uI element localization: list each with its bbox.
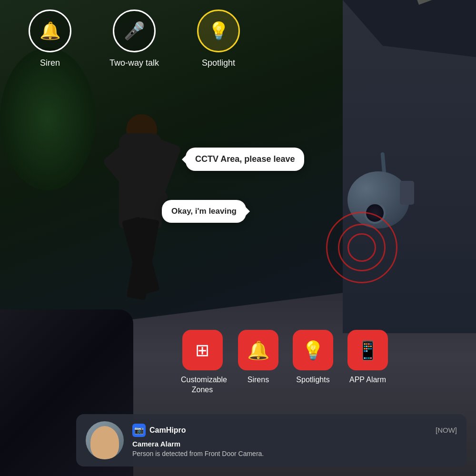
siren-icon: 🔔 bbox=[40, 21, 61, 41]
camera-app-icon: 📷 bbox=[134, 426, 144, 435]
wave-ring-3 bbox=[326, 212, 397, 283]
siren-icon-item: 🔔 Siren bbox=[29, 10, 71, 68]
camera-speech-bubble: CCTV Area, please leave bbox=[186, 148, 304, 171]
notification-time: [NOW] bbox=[436, 426, 457, 434]
notification-bar: 📷 CamHipro [NOW] Camera Alarm Person is … bbox=[76, 414, 466, 466]
customizable-zones-icon-box: ⊞ bbox=[182, 330, 223, 370]
alarm-sound-waves bbox=[314, 200, 409, 295]
sirens-label: Sirens bbox=[248, 375, 269, 385]
spotlights-icon-box: 💡 bbox=[293, 330, 333, 370]
customizable-zones-item[interactable]: ⊞ CustomizableZones bbox=[181, 330, 224, 395]
two-way-talk-icon-circle: 🎤 bbox=[113, 10, 156, 52]
spotlight-beam bbox=[417, 5, 419, 7]
siren-label: Siren bbox=[40, 58, 60, 68]
bush bbox=[0, 48, 95, 190]
spotlight-icon-item: 💡 Spotlight bbox=[197, 10, 240, 68]
spotlight-icon-circle: 💡 bbox=[197, 10, 240, 52]
top-feature-icons: 🔔 Siren 🎤 Two-way talk 💡 Spotlight bbox=[29, 10, 240, 68]
spotlights-item[interactable]: 💡 Spotlights bbox=[293, 330, 333, 385]
bottom-action-icons: ⊞ CustomizableZones 🔔 Sirens 💡 Spotlight… bbox=[181, 330, 388, 395]
customizable-zones-label: CustomizableZones bbox=[181, 375, 224, 395]
two-way-talk-label: Two-way talk bbox=[109, 58, 159, 68]
notification-header: 📷 CamHipro [NOW] bbox=[132, 424, 457, 437]
main-scene: CCTV Area, please leave Okay, i'm leavin… bbox=[0, 0, 476, 476]
sirens-item[interactable]: 🔔 Sirens bbox=[238, 330, 278, 385]
camera-message-text: CCTV Area, please leave bbox=[195, 154, 295, 164]
app-alarm-icon-box: 📱 bbox=[347, 330, 388, 370]
app-alarm-label: APP Alarm bbox=[349, 375, 386, 385]
phone-alarm-icon: 📱 bbox=[357, 340, 379, 361]
person-face bbox=[90, 426, 119, 459]
app-alarm-item[interactable]: 📱 APP Alarm bbox=[347, 330, 388, 385]
notification-content: 📷 CamHipro [NOW] Camera Alarm Person is … bbox=[132, 424, 457, 457]
app-name: CamHipro bbox=[149, 426, 186, 435]
spotlight-icon: 💡 bbox=[208, 21, 229, 41]
zones-icon: ⊞ bbox=[195, 340, 209, 360]
sirens-bell-icon: 🔔 bbox=[247, 340, 269, 361]
two-way-talk-icon-item: 🎤 Two-way talk bbox=[109, 10, 159, 68]
spotlight-label: Spotlight bbox=[202, 58, 235, 68]
notification-body: Person is detected from Front Door Camer… bbox=[132, 450, 457, 457]
microphone-icon: 🎤 bbox=[124, 21, 145, 41]
siren-icon-circle: 🔔 bbox=[29, 10, 71, 52]
sirens-icon-box: 🔔 bbox=[238, 330, 278, 370]
intruder-speech-bubble: Okay, i'm leaving bbox=[162, 200, 246, 223]
intruder-reply-text: Okay, i'm leaving bbox=[171, 207, 237, 216]
camhipro-icon: 📷 bbox=[132, 424, 146, 437]
notification-title: Camera Alarm bbox=[132, 440, 457, 448]
spotlights-bulb-icon: 💡 bbox=[302, 340, 324, 361]
spotlights-label: Spotlights bbox=[296, 375, 329, 385]
alert-avatar bbox=[86, 421, 124, 459]
